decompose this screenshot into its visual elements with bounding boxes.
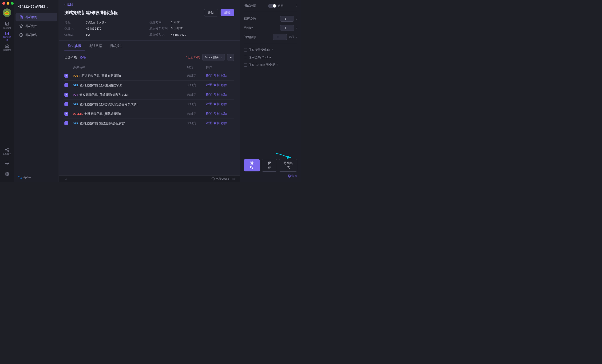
statusbar: « 全局 Cookie IR {: [59, 175, 240, 182]
save-cookie-checkbox[interactable]: [244, 63, 247, 66]
watermark: IR {: [232, 178, 236, 180]
sidebar-item-settings[interactable]: [2, 169, 12, 179]
table-row: ✓ POST新建宠物信息 (新建在售宠物) 未绑定 设置 复制 移除: [64, 71, 234, 81]
thread-count-input[interactable]: [280, 25, 294, 31]
action-copy-3[interactable]: 复制: [214, 93, 220, 97]
env-select[interactable]: Mock 服务 ∨: [202, 54, 225, 61]
col-bind: 绑定: [187, 65, 206, 69]
export-button[interactable]: 导出 ∨: [288, 174, 297, 178]
row-checkbox-4[interactable]: ✓: [64, 102, 68, 106]
svg-line-10: [6, 149, 8, 149]
toggle-track[interactable]: [268, 4, 277, 8]
test-data-help-icon[interactable]: ?: [296, 4, 297, 8]
ci-button[interactable]: 持续集成: [279, 159, 297, 172]
row-actions-3: 设置 复制 移除: [206, 93, 234, 97]
menu-button[interactable]: ≡: [227, 54, 234, 61]
maximize-button[interactable]: [11, 2, 14, 5]
save-var-checkbox[interactable]: [244, 48, 247, 52]
meta-group: 分组 宠物店（示例）: [64, 20, 149, 24]
tab-data[interactable]: 测试数据: [85, 42, 106, 51]
table-row: ✓ DELETE删除宠物信息 (删除该宠物) 未绑定 设置 复制 移除: [64, 109, 234, 119]
save-var-help-icon[interactable]: ?: [271, 48, 273, 52]
action-remove-5[interactable]: 移除: [221, 112, 227, 116]
panel-save-var: 保存变量变化值 ?: [244, 48, 297, 52]
thread-count-help-icon[interactable]: ?: [296, 26, 297, 30]
global-cookie-button[interactable]: 全局 Cookie: [211, 177, 229, 181]
save-button[interactable]: 保 存: [262, 159, 277, 172]
action-copy-5[interactable]: 复制: [214, 112, 220, 116]
nav-item-test-reports[interactable]: 测试报告: [16, 31, 57, 39]
breadcrumb[interactable]: < 返回: [59, 0, 240, 9]
save-cookie-help-icon[interactable]: ?: [277, 63, 278, 66]
bind-status-6: 未绑定: [187, 121, 206, 125]
meta-creator: 创建人 454832479: [64, 26, 149, 31]
sidebar-bottom: 在线分享: [2, 146, 12, 182]
step-name-4: GET查询宠物详情 (查询宠物状态是否修改成功): [73, 102, 187, 107]
row-checkbox-6[interactable]: ✓: [64, 121, 68, 125]
right-panel: 测试数据 停用 ? 循环次数 ?: [240, 0, 301, 182]
titlebar: [2, 2, 14, 5]
interval-help-icon[interactable]: ?: [296, 35, 297, 39]
avatar[interactable]: 🐸: [3, 9, 11, 17]
project-chevron-icon[interactable]: ⌄: [47, 5, 49, 9]
steps-toolbar: 已选 6 项 移除 * 运行环境 Mock 服务 ∨ ≡: [59, 51, 240, 64]
loop-count-help-icon[interactable]: ?: [296, 17, 297, 21]
minimize-button[interactable]: [7, 2, 9, 5]
selected-count: 已选 6 项: [64, 55, 77, 60]
edit-button[interactable]: 编辑: [221, 9, 234, 16]
action-remove-1[interactable]: 移除: [221, 74, 227, 78]
tab-steps[interactable]: 测试步骤: [64, 42, 85, 51]
method-badge-get-4: GET: [73, 103, 78, 106]
nav-item-test-suites[interactable]: 测试套件: [16, 22, 57, 30]
panel-save-cookie: 保存 Cookie 到全局 ?: [244, 63, 297, 67]
delete-button[interactable]: 删除: [204, 9, 218, 16]
sidebar-item-interface[interactable]: 接口管理: [2, 20, 12, 31]
meta-modifier: 最后修改人 454832479: [149, 32, 234, 37]
use-cookie-checkbox[interactable]: [244, 56, 247, 59]
action-set-5[interactable]: 设置: [206, 112, 212, 116]
action-remove-6[interactable]: 移除: [221, 121, 227, 125]
sidebar-item-share[interactable]: 在线分享: [2, 146, 12, 157]
interval-input[interactable]: [273, 34, 287, 40]
action-copy-1[interactable]: 复制: [214, 74, 220, 78]
sidebar-item-automation[interactable]: 自动化测试: [2, 32, 12, 42]
close-button[interactable]: [2, 2, 5, 5]
project-title: 454832479 的项目 ⌄: [14, 2, 59, 13]
table-row: ✓ PUT修改宠物信息 (修改宠物状态为 sold) 未绑定 设置 复制 移除: [64, 90, 234, 100]
nav-sidebar-footer: 🐾 Apifox: [14, 172, 59, 182]
sidebar-item-project[interactable]: 项目设置: [2, 43, 12, 53]
bind-status-5: 未绑定: [187, 112, 206, 116]
col-actions: 操作: [206, 65, 234, 69]
run-button[interactable]: 运行: [244, 159, 260, 171]
row-actions-4: 设置 复制 移除: [206, 102, 234, 106]
steps-toolbar-left: 已选 6 项 移除: [64, 55, 86, 60]
divider-2: [244, 44, 297, 44]
sidebar-item-notifications[interactable]: [2, 158, 12, 168]
action-copy-6[interactable]: 复制: [214, 121, 220, 125]
action-set-1[interactable]: 设置: [206, 74, 212, 78]
action-remove-4[interactable]: 移除: [221, 102, 227, 106]
collapse-button[interactable]: «: [63, 176, 69, 182]
row-checkbox-5[interactable]: ✓: [64, 112, 68, 116]
nav-item-test-cases[interactable]: 测试用例: [16, 13, 57, 21]
action-set-6[interactable]: 设置: [206, 121, 212, 125]
test-data-toggle[interactable]: 停用: [268, 4, 284, 8]
panel-thread-count: 线程数 ?: [244, 25, 297, 31]
action-copy-2[interactable]: 复制: [214, 83, 220, 87]
action-remove-2[interactable]: 移除: [221, 83, 227, 87]
row-checkbox-2[interactable]: ✓: [64, 83, 68, 87]
action-set-4[interactable]: 设置: [206, 102, 212, 106]
thread-count-label: 线程数: [244, 26, 253, 30]
action-copy-4[interactable]: 复制: [214, 102, 220, 106]
method-badge-put-3: PUT: [73, 93, 78, 96]
action-remove-3[interactable]: 移除: [221, 93, 227, 97]
tab-reports[interactable]: 测试报告: [106, 42, 127, 51]
row-checkbox-1[interactable]: ✓: [64, 74, 68, 78]
action-set-3[interactable]: 设置: [206, 93, 212, 97]
panel-test-data: 测试数据 停用 ?: [244, 4, 297, 8]
row-checkbox-3[interactable]: ✓: [64, 93, 68, 97]
svg-line-9: [6, 150, 8, 151]
loop-count-input[interactable]: [280, 16, 294, 22]
remove-selected-button[interactable]: 移除: [80, 55, 86, 60]
action-set-2[interactable]: 设置: [206, 83, 212, 87]
